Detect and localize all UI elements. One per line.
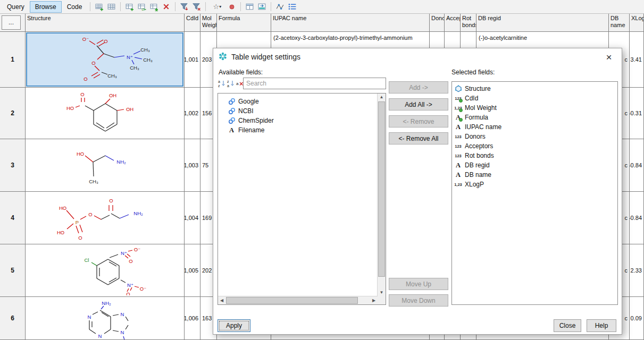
add-field-icon[interactable] (124, 1, 135, 12)
svg-text:O: O (129, 258, 132, 264)
help-button[interactable]: Help (587, 319, 616, 332)
structure-drawing: NH₂NNNN (26, 297, 184, 340)
add-calculated-field-icon[interactable] (148, 1, 160, 12)
column-header-db-regid[interactable]: DB regid (476, 14, 609, 32)
structure-cell[interactable]: HOPOHOOONH₂ (26, 192, 185, 244)
add-all-button[interactable]: Add All -> (389, 98, 448, 110)
remove-all-button[interactable]: <- Remove All (389, 132, 448, 144)
svg-text:a: a (218, 80, 220, 83)
column-header-mol-weight[interactable]: Mol Weight (200, 14, 217, 32)
tab-query[interactable]: Query (2, 2, 29, 12)
column-header-rot-bonds[interactable]: Rot bonds (461, 14, 476, 32)
selected-field-item[interactable]: 123Donors (452, 132, 617, 141)
selected-field-item[interactable]: 123Acceptors (452, 141, 617, 151)
horizontal-scrollbar[interactable]: ◀ ▶ (218, 296, 378, 304)
clear-sort-icon[interactable]: a (236, 79, 244, 88)
row-number-cell[interactable]: 2 (0, 88, 26, 139)
xlogp-cell[interactable]: -0.31 (630, 88, 644, 139)
record-indicator-icon[interactable] (226, 1, 237, 12)
xlogp-cell[interactable]: 2.33 (630, 244, 644, 297)
structure-field-icon (454, 84, 463, 93)
table-widget-icon[interactable] (106, 1, 117, 12)
favorites-dropdown-icon[interactable]: ☆▾ (209, 1, 225, 12)
available-field-item[interactable]: Google (219, 97, 377, 106)
tab-code[interactable]: Code (62, 2, 87, 12)
select-all-button[interactable]: ... (2, 15, 21, 30)
selected-field-item[interactable]: Structure (452, 84, 617, 94)
scroll-up-icon[interactable]: ▲ (378, 94, 386, 101)
available-field-item[interactable]: NCBI (219, 106, 377, 116)
structure-view-icon[interactable] (274, 1, 286, 12)
selected-field-item[interactable]: 123Rot bonds (452, 151, 617, 160)
toolbar-separator (240, 2, 241, 11)
list-view-icon[interactable] (287, 1, 298, 12)
scrollbar-thumb[interactable] (226, 297, 358, 304)
selected-field-item[interactable]: AFormula (452, 113, 617, 122)
cdid-cell[interactable]: 1,001 (185, 32, 200, 88)
selected-field-item[interactable]: 1,23Mol Weight (452, 103, 617, 113)
row-number-cell[interactable]: 4 (0, 192, 26, 244)
column-header-cdid[interactable]: CdId (185, 14, 200, 32)
available-field-item[interactable]: ChemSpider (219, 116, 377, 125)
selected-field-item[interactable]: 1,23XLogP (452, 180, 617, 189)
column-header-xlogp[interactable]: XLogP (630, 14, 644, 32)
column-header-donors[interactable]: Donors (430, 14, 445, 32)
svg-text:O⁻: O⁻ (82, 36, 89, 42)
structure-cell[interactable]: ClN⁺O⁻ON⁺O⁻O (26, 244, 185, 297)
cdid-cell[interactable]: 1,002 (185, 88, 200, 139)
row-number-cell[interactable]: 3 (0, 139, 26, 192)
tab-browse[interactable]: Browse (30, 2, 61, 12)
cdid-cell[interactable]: 1,003 (185, 139, 200, 192)
decimal-field-icon: 1,23 (454, 180, 463, 189)
filter-clear-icon[interactable] (191, 1, 202, 12)
url-field-icon (227, 116, 236, 125)
structure-cell[interactable]: O⁻ON⁺CH₃CH₃CH₃OOCH₃ (26, 32, 185, 88)
row-number-cell[interactable]: 1 (0, 32, 26, 88)
selected-field-item[interactable]: AIUPAC name (452, 122, 617, 132)
available-field-item[interactable]: AFilename (219, 125, 377, 135)
filter-apply-icon[interactable] (179, 1, 190, 12)
selected-field-item[interactable]: 123CdId (452, 94, 617, 103)
column-header-formula[interactable]: Formula (217, 14, 271, 32)
toolbar-separator (205, 2, 206, 11)
column-header-db-name[interactable]: DB name (609, 14, 630, 32)
scroll-left-icon[interactable]: ◀ (218, 296, 225, 304)
toolbar-separator (120, 2, 121, 11)
column-header-structure[interactable]: Structure (26, 14, 185, 32)
column-header-acceptors[interactable]: Acceptors (445, 14, 461, 32)
cdid-cell[interactable]: 1,005 (185, 244, 200, 297)
close-button[interactable]: Close (554, 319, 581, 332)
structure-cell[interactable]: HONH₂CH₃ (26, 139, 185, 192)
sort-descending-icon[interactable]: za (227, 79, 235, 88)
insert-widget-icon[interactable] (94, 1, 105, 12)
svg-text:HO: HO (59, 205, 66, 211)
cdid-cell[interactable]: 1,006 (185, 297, 200, 340)
close-icon[interactable]: × (603, 51, 615, 64)
sort-ascending-icon[interactable]: az (218, 79, 225, 88)
xlogp-cell[interactable]: 3.41 (630, 32, 644, 88)
row-number-cell[interactable]: 5 (0, 244, 26, 297)
indexed-indicator (459, 108, 463, 112)
xlogp-cell[interactable]: 0.09 (630, 297, 644, 340)
column-header-iupac-name[interactable]: IUPAC name (271, 14, 430, 32)
scroll-right-icon[interactable]: ▶ (370, 296, 378, 304)
cdid-cell[interactable]: 1,004 (185, 192, 200, 244)
structure-cell[interactable]: OHOOHOH (26, 88, 185, 139)
xlogp-cell[interactable]: -0.84 (630, 192, 644, 244)
xlogp-cell[interactable]: -0.84 (630, 139, 644, 192)
svg-text:NH₂: NH₂ (133, 210, 143, 216)
selected-field-item[interactable]: ADB name (452, 170, 617, 180)
scroll-down-icon[interactable]: ▼ (378, 289, 386, 296)
form-view-icon[interactable] (256, 1, 267, 12)
scrollbar-thumb[interactable] (378, 101, 385, 277)
structure-cell[interactable]: NH₂NNNN (26, 297, 185, 340)
row-number-cell[interactable]: 6 (0, 297, 26, 340)
field-label: IUPAC name (465, 123, 501, 131)
vertical-scrollbar[interactable]: ▲ ▼ (377, 94, 386, 296)
panels-view-icon[interactable] (244, 1, 255, 12)
add-chemical-terms-field-icon[interactable]: ct (136, 1, 147, 12)
selected-field-item[interactable]: ADB regid (452, 160, 617, 170)
delete-field-icon[interactable] (161, 1, 172, 12)
search-input[interactable] (243, 78, 386, 89)
apply-button[interactable]: Apply (218, 319, 250, 332)
